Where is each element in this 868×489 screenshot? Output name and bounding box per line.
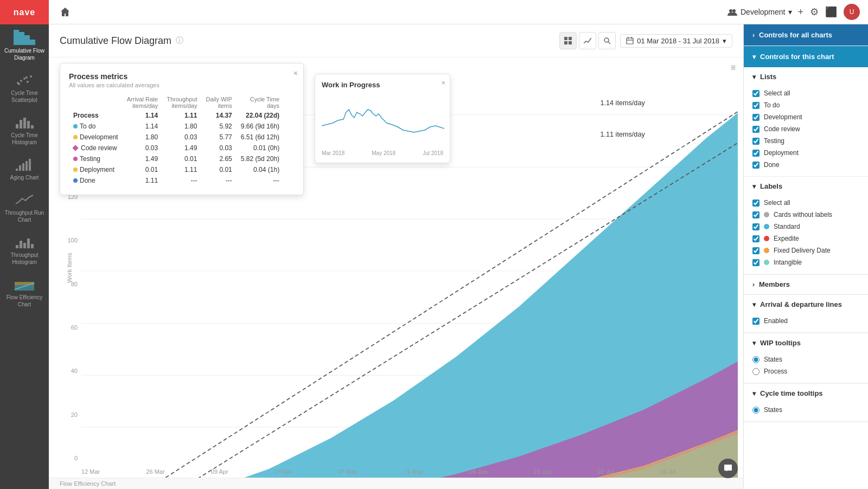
- labels-header[interactable]: ▾ Labels: [744, 177, 868, 194]
- svg-rect-18: [22, 163, 24, 171]
- table-row: Testing 1.49 0.01 2.65 5.82 (5d 20h): [69, 153, 284, 164]
- list-todo[interactable]: To do: [752, 99, 859, 111]
- metrics-table: Arrival Rateitems/day Throughputitems/da…: [69, 95, 284, 186]
- svg-rect-11: [16, 124, 18, 128]
- arrival-enabled-checkbox[interactable]: [752, 318, 760, 325]
- list-testing[interactable]: Testing: [752, 135, 859, 147]
- cycle-time-tooltips-header[interactable]: ▾ Cycle time tooltips: [744, 384, 868, 401]
- label-standard-checkbox[interactable]: [752, 223, 760, 230]
- svg-rect-14: [27, 121, 30, 128]
- list-testing-checkbox[interactable]: [752, 138, 760, 145]
- chat-button[interactable]: [718, 459, 738, 478]
- svg-text:1.11 items/day: 1.11 items/day: [600, 131, 645, 138]
- label-standard[interactable]: Standard: [752, 221, 859, 233]
- right-panel: › Controls for all charts ▾ Controls for…: [743, 24, 868, 489]
- gear-icon[interactable]: ⚙: [810, 6, 819, 18]
- wip-close-button[interactable]: ×: [441, 79, 445, 87]
- wip-states-radio[interactable]: States: [752, 353, 859, 365]
- label-no-labels[interactable]: Cards without labels: [752, 209, 859, 221]
- label-intangible-checkbox[interactable]: [752, 259, 760, 266]
- chart-more-options-button[interactable]: ≡: [731, 63, 736, 73]
- row-done-wip: ---: [201, 175, 236, 186]
- list-code-review[interactable]: Code review: [752, 123, 859, 135]
- plus-icon[interactable]: +: [797, 7, 803, 18]
- team-selector[interactable]: Development ▾: [727, 8, 793, 16]
- x-label-0: 12 Mar: [81, 468, 100, 475]
- list-done-checkbox[interactable]: [752, 162, 760, 169]
- sidebar-item-cfd[interactable]: Cumulative Flow Diagram: [0, 24, 49, 67]
- search-view-button[interactable]: [598, 32, 616, 49]
- sidebar-item-throughput-hist[interactable]: Throughput Histogram: [0, 229, 49, 271]
- svg-point-5: [20, 80, 22, 82]
- wip-process-radio[interactable]: Process: [752, 365, 859, 377]
- process-metrics-close-button[interactable]: ×: [293, 69, 298, 78]
- line-view-button[interactable]: [579, 32, 596, 49]
- label-fixed-delivery-dot: [764, 248, 769, 253]
- wip-tooltips-chevron-icon: ▾: [752, 339, 756, 347]
- label-select-all-checkbox[interactable]: [752, 200, 760, 207]
- cycle-time-states-radio[interactable]: States: [752, 404, 859, 416]
- sidebar-item-aging[interactable]: Aging Chart: [0, 151, 49, 186]
- monitor-icon[interactable]: ⬛: [825, 6, 837, 18]
- list-select-all[interactable]: Select all: [752, 87, 859, 99]
- label-fixed-delivery-checkbox[interactable]: [752, 247, 760, 254]
- list-development-checkbox[interactable]: [752, 114, 760, 121]
- label-expedite[interactable]: Expedite: [752, 233, 859, 244]
- cycle-time-tooltips-chevron-icon: ▾: [752, 390, 756, 397]
- svg-rect-32: [564, 41, 567, 44]
- sidebar-item-flow-efficiency-label: Flow Efficiency Chart: [3, 294, 46, 308]
- sidebar-item-cycle-hist[interactable]: Cycle Time Histogram: [0, 109, 49, 151]
- y-label-60: 60: [71, 324, 78, 331]
- row-process-throughput: 1.11: [162, 110, 201, 121]
- list-deployment[interactable]: Deployment: [752, 147, 859, 159]
- controls-all-section: › Controls for all charts: [744, 24, 868, 46]
- list-select-all-checkbox[interactable]: [752, 90, 760, 97]
- list-todo-checkbox[interactable]: [752, 102, 760, 109]
- row-cr-throughput: 1.49: [162, 143, 201, 153]
- arrival-enabled[interactable]: Enabled: [752, 315, 859, 327]
- lists-header[interactable]: ▾ Lists: [744, 67, 868, 84]
- label-intangible[interactable]: Intangible: [752, 256, 859, 268]
- list-done[interactable]: Done: [752, 159, 859, 171]
- sidebar-item-cycle-scatter[interactable]: Cycle Time Scatterplot: [0, 67, 49, 109]
- list-deployment-checkbox[interactable]: [752, 150, 760, 157]
- label-no-labels-checkbox[interactable]: [752, 211, 760, 218]
- x-axis: 12 Mar 26 Mar 09 Apr 23 Apr 07 May 21 Ma…: [81, 468, 738, 475]
- controls-all-header[interactable]: › Controls for all charts: [744, 24, 868, 46]
- wip-tooltips-content: States Process: [744, 350, 868, 383]
- row-testing-cycle: 5.82 (5d 20h): [237, 153, 284, 164]
- arrival-departure-header[interactable]: ▾ Arrival & departure lines: [744, 295, 868, 312]
- label-select-all[interactable]: Select all: [752, 197, 859, 209]
- label-fixed-delivery[interactable]: Fixed Delivery Date: [752, 244, 859, 256]
- team-chevron-icon: ▾: [788, 8, 792, 16]
- sidebar-item-flow-efficiency[interactable]: Flow Efficiency Chart: [0, 271, 49, 313]
- sidebar-item-throughput-run-label: Throughput Run Chart: [3, 209, 46, 223]
- row-testing-wip: 2.65: [201, 153, 236, 164]
- app-logo[interactable]: nave: [0, 0, 49, 24]
- list-development[interactable]: Development: [752, 111, 859, 123]
- user-avatar[interactable]: U: [844, 4, 860, 20]
- sidebar: nave Cumulative Flow Diagram Cycle: [0, 0, 49, 489]
- list-code-review-checkbox[interactable]: [752, 126, 760, 133]
- wip-process-radio-input[interactable]: [752, 368, 760, 375]
- sidebar-item-throughput-run[interactable]: Throughput Run Chart: [0, 186, 49, 229]
- row-cr-name: Code review: [69, 143, 123, 153]
- grid-view-button[interactable]: [559, 32, 577, 49]
- members-label: Members: [759, 280, 790, 288]
- row-deploy-wip: 0.01: [201, 164, 236, 175]
- wip-popup-title: Work in Progress: [322, 81, 443, 89]
- wip-tooltips-header[interactable]: ▾ WIP tooltips: [744, 333, 868, 350]
- controls-all-chevron-right-icon: ›: [752, 31, 755, 39]
- label-expedite-checkbox[interactable]: [752, 235, 760, 242]
- cycle-time-states-radio-input[interactable]: [752, 407, 760, 414]
- chart-info-icon[interactable]: ⓘ: [176, 36, 183, 46]
- y-label-80: 80: [71, 281, 78, 287]
- wip-states-radio-input[interactable]: [752, 356, 760, 363]
- members-header[interactable]: › Members: [744, 275, 868, 294]
- controls-this-header[interactable]: ▾ Controls for this chart: [744, 46, 868, 67]
- home-button[interactable]: [57, 4, 73, 20]
- date-range-button[interactable]: 01 Mar 2018 - 31 Jul 2018 ▾: [620, 34, 732, 48]
- svg-rect-17: [19, 165, 21, 171]
- list-done-label: Done: [764, 161, 780, 169]
- svg-point-8: [30, 75, 32, 78]
